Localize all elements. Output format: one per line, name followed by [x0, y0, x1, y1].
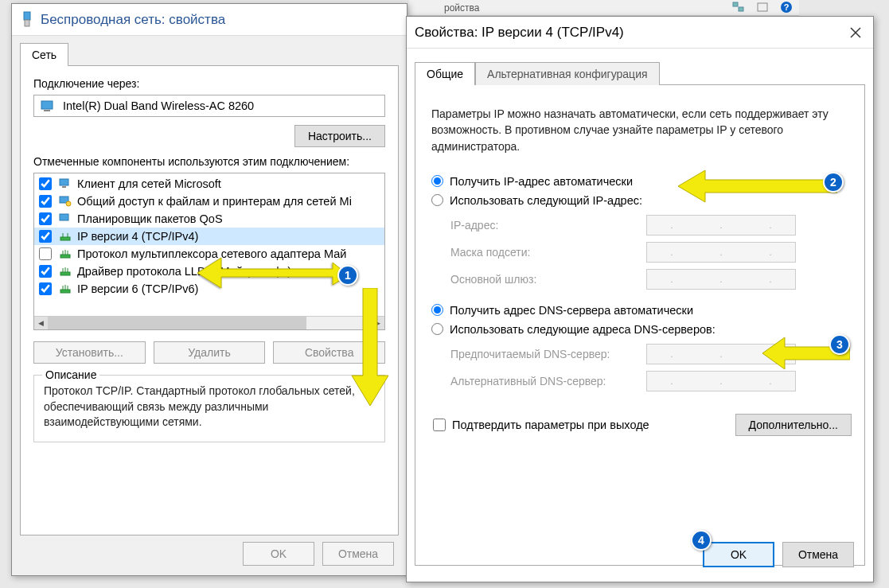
- component-label: IP версии 6 (TCP/IPv6): [77, 282, 198, 295]
- svg-rect-2: [758, 3, 767, 11]
- radio-dns-auto[interactable]: Получить адрес DNS-сервера автоматически: [431, 301, 852, 320]
- confirm-on-exit-label: Подтвердить параметры при выходе: [452, 419, 649, 431]
- dns1-input: ...: [646, 344, 796, 364]
- annotation-badge-3: 3: [829, 334, 850, 355]
- tab-network[interactable]: Сеть: [20, 43, 68, 66]
- configure-button-label: Настроить...: [308, 130, 372, 142]
- component-checkbox[interactable]: [39, 282, 52, 295]
- component-icon: [58, 229, 72, 243]
- radio-ip-auto-label: Получить IP-адрес автоматически: [450, 175, 633, 188]
- radio-ip-manual-label: Использовать следующий IP-адрес:: [450, 194, 642, 207]
- confirm-on-exit-input[interactable]: [433, 419, 446, 431]
- gateway-label: Основной шлюз:: [450, 273, 646, 286]
- win1-cancel-button[interactable]: Отмена: [322, 542, 394, 566]
- subnet-mask-input: ...: [646, 242, 796, 263]
- component-checkbox[interactable]: [39, 195, 52, 208]
- component-label: IP версии 4 (TCP/IPv4): [77, 230, 198, 243]
- win2-cancel-label: Отмена: [798, 548, 838, 561]
- components-label: Отмеченные компоненты используются этим …: [33, 155, 385, 168]
- properties-button[interactable]: Свойства: [273, 341, 385, 364]
- win2-titlebar[interactable]: Свойства: IP версии 4 (TCP/IPv4): [407, 17, 873, 49]
- components-list[interactable]: Клиент для сетей MicrosoftОбщий доступ к…: [33, 173, 385, 330]
- svg-rect-5: [24, 12, 30, 20]
- component-item[interactable]: IP версии 4 (TCP/IPv4): [34, 228, 384, 245]
- usb-icon: [20, 10, 34, 29]
- component-label: Общий доступ к файлам и принтерам для се…: [77, 195, 352, 208]
- annotation-badge-2: 2: [823, 172, 844, 193]
- component-item[interactable]: IP версии 6 (TCP/IPv6): [34, 280, 384, 298]
- ipv4-properties-window: Свойства: IP версии 4 (TCP/IPv4) Общие А…: [406, 16, 874, 582]
- component-checkbox[interactable]: [39, 230, 52, 243]
- dns2-input: ...: [646, 371, 796, 391]
- radio-ip-manual-input[interactable]: [431, 194, 443, 206]
- component-item[interactable]: Общий доступ к файлам и принтерам для се…: [34, 193, 384, 210]
- svg-rect-0: [733, 2, 738, 6]
- component-icon: [58, 177, 72, 191]
- radio-ip-auto[interactable]: Получить IP-адрес автоматически: [431, 172, 852, 191]
- adapter-box[interactable]: Intel(R) Dual Band Wireless-AC 8260: [33, 95, 385, 117]
- radio-dns-manual-input[interactable]: [431, 323, 443, 335]
- adapter-name: Intel(R) Dual Band Wireless-AC 8260: [63, 99, 254, 112]
- component-icon: [58, 212, 72, 226]
- install-button[interactable]: Установить...: [33, 341, 146, 364]
- win2-ok-label: OK: [731, 548, 747, 561]
- remove-button[interactable]: Удалить: [154, 341, 266, 364]
- confirm-on-exit-checkbox[interactable]: Подтвердить параметры при выходе: [428, 419, 649, 431]
- radio-dns-auto-input[interactable]: [431, 304, 443, 316]
- annotation-badge-4: 4: [691, 530, 712, 551]
- component-icon: [58, 264, 72, 278]
- properties-button-label: Свойства: [305, 346, 353, 359]
- scroll-left-arrow-icon[interactable]: ◀: [34, 317, 48, 329]
- info-text: Параметры IP можно назначать автоматичес…: [428, 96, 852, 169]
- svg-rect-17: [60, 255, 70, 258]
- win2-cancel-button[interactable]: Отмена: [782, 542, 854, 567]
- bg-title: ройства: [444, 2, 479, 14]
- component-checkbox[interactable]: [39, 212, 52, 225]
- dns1-label: Предпочитаемый DNS-сервер:: [450, 348, 646, 360]
- component-label: Клиент для сетей Microsoft: [77, 177, 221, 190]
- remove-button-label: Удалить: [188, 346, 230, 359]
- scrollbar-thumb[interactable]: [48, 317, 306, 329]
- component-checkbox[interactable]: [39, 247, 52, 260]
- close-icon[interactable]: [846, 23, 865, 42]
- component-item[interactable]: Клиент для сетей Microsoft: [34, 175, 384, 193]
- svg-rect-6: [25, 20, 29, 26]
- horizontal-scrollbar[interactable]: ◀ ▶: [34, 316, 384, 329]
- svg-rect-9: [60, 179, 68, 185]
- component-checkbox[interactable]: [39, 265, 52, 278]
- component-item[interactable]: Протокол мультиплексора сетевого адаптер…: [34, 245, 384, 263]
- tab-general[interactable]: Общие: [415, 62, 475, 85]
- component-label: Планировщик пакетов QoS: [77, 212, 223, 225]
- tab-network-label: Сеть: [32, 49, 57, 61]
- svg-rect-13: [60, 214, 68, 220]
- radio-ip-auto-input[interactable]: [431, 175, 443, 187]
- component-item[interactable]: Планировщик пакетов QoS: [34, 210, 384, 228]
- svg-text:?: ?: [784, 2, 790, 12]
- bg-icon-2: [756, 1, 769, 14]
- radio-ip-manual[interactable]: Использовать следующий IP-адрес:: [431, 191, 852, 210]
- radio-dns-auto-label: Получить адрес DNS-сервера автоматически: [450, 304, 693, 317]
- svg-rect-21: [60, 272, 70, 275]
- scroll-right-arrow-icon[interactable]: ▶: [371, 317, 384, 329]
- win1-title: Беспроводная сеть: свойства: [41, 12, 399, 28]
- win2-title: Свойства: IP версии 4 (TCP/IPv4): [415, 25, 846, 41]
- svg-rect-25: [60, 290, 70, 293]
- radio-dns-manual-label: Использовать следующие адреса DNS-сервер…: [450, 323, 715, 336]
- svg-rect-8: [44, 110, 50, 111]
- configure-button[interactable]: Настроить...: [294, 125, 385, 147]
- win2-ok-button[interactable]: OK: [703, 542, 774, 567]
- ip-address-input: ...: [646, 215, 796, 236]
- radio-dns-manual[interactable]: Использовать следующие адреса DNS-сервер…: [431, 320, 852, 339]
- advanced-button[interactable]: Дополнительно...: [735, 414, 852, 436]
- background-window-titlebar: ройства ?: [409, 0, 799, 16]
- tab-general-label: Общие: [427, 68, 463, 80]
- tab-alternative[interactable]: Альтернативная конфигурация: [475, 62, 659, 85]
- win1-titlebar[interactable]: Беспроводная сеть: свойства: [12, 4, 407, 36]
- svg-rect-14: [60, 237, 70, 240]
- win1-ok-button[interactable]: OK: [243, 542, 314, 566]
- bg-icon-help: ?: [780, 1, 793, 14]
- component-checkbox[interactable]: [39, 177, 52, 190]
- component-item[interactable]: Драйвер протокола LLDP (Майкрософт): [34, 263, 384, 280]
- connect-through-label: Подключение через:: [33, 77, 385, 90]
- win1-ok-label: OK: [271, 547, 287, 560]
